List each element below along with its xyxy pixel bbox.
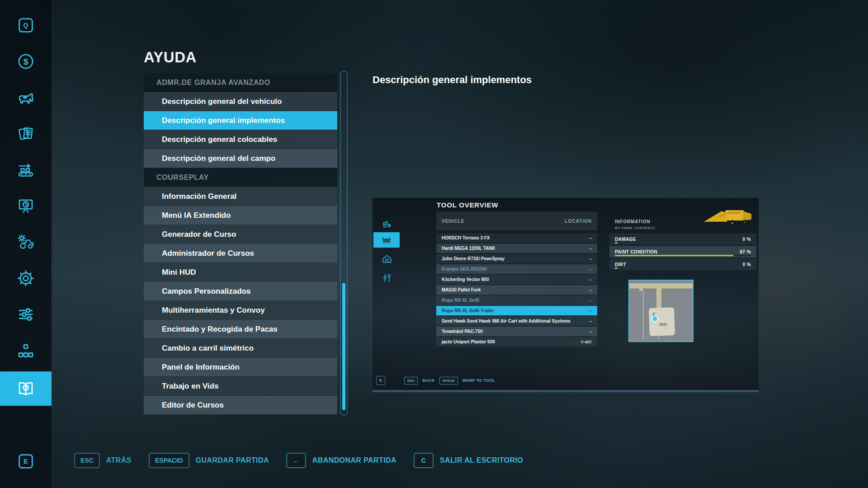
help-item[interactable]: Descripción general del campo — [144, 149, 337, 168]
vehicle-row-k-ckerling-vector-800: Köckerling Vector 800 -- — [436, 275, 597, 284]
help-item[interactable]: Encintado y Recogida de Pacas — [144, 320, 337, 338]
vehicle-location: -- — [589, 309, 592, 313]
esc-key: ESC — [404, 377, 418, 385]
help-item[interactable]: Panel de Información — [144, 358, 337, 376]
screenshot-bottom-strip — [373, 390, 759, 392]
vehicle-name: Ropa RR-XL 9x45 Trailer — [442, 308, 494, 313]
help-item[interactable]: Administrador de Cursos — [144, 244, 337, 263]
help-item[interactable]: Descripción general implementos — [144, 111, 337, 130]
sidebar-item-settings[interactable] — [0, 262, 52, 295]
help-item[interactable]: Menú IA Extendido — [144, 206, 337, 225]
tool-overview-title: TOOL OVERVIEW — [437, 201, 498, 209]
vehicle-name: MAGSI Pallet Fork — [442, 287, 481, 292]
help-item[interactable]: Descripción general colocables — [144, 130, 337, 149]
vehicle-location: F-007 — [581, 340, 592, 344]
sidebar-icon — [16, 16, 35, 35]
help-item-label: Información General — [162, 192, 236, 201]
tool-overview-screenshot: TOOL OVERVIEW VEH — [373, 198, 759, 392]
help-item[interactable]: COURSEPLAY — [144, 168, 337, 187]
help-item-label: Descripción general del vehículo — [162, 97, 282, 106]
tab-icon — [381, 253, 393, 265]
help-scrollbar-track[interactable] — [340, 70, 348, 416]
sidebar-icon — [16, 305, 35, 324]
info-panel: INFORMATION MY FARM, CONTRACT DAMAGE 0 %… — [609, 211, 756, 271]
help-item-label: COURSEPLAY — [156, 174, 209, 182]
vehicle-table-header: VEHICLE LOCATION — [436, 211, 597, 230]
vehicle-name: Seed Hawk Seed Hawk 980 Air Cart with Ad… — [442, 319, 571, 324]
main-sidebar: Q — [0, 0, 52, 488]
content-heading: Descripción general implementos — [373, 74, 532, 86]
vehicle-location: -- — [589, 236, 592, 240]
help-item[interactable]: Campos Personalizados — [144, 282, 337, 300]
vehicle-location: -- — [589, 298, 592, 303]
help-item-label: Trabajo en Vids — [162, 382, 218, 391]
content-paragraphs — [373, 101, 762, 108]
implement-thumbnail — [701, 205, 755, 230]
sidebar-item-contracts[interactable] — [0, 117, 52, 150]
help-item[interactable]: ADMR.DE GRANJA AVANZADO — [144, 73, 337, 92]
vehicle-location: -- — [589, 288, 592, 292]
vehicle-row-ropa-rr-xl-9x45: Ropa RR-XL 9x45 -- — [436, 296, 597, 305]
hotkey-badge: C — [414, 453, 434, 468]
space-key: SPACE — [439, 377, 458, 385]
bottom-button-save-game[interactable]: ESPACIO GUARDAR PARTIDA — [149, 453, 269, 468]
help-menu: ADMR.DE GRANJA AVANZADO Descripción gene… — [144, 73, 337, 415]
help-item[interactable]: Generador de Curso — [144, 225, 337, 244]
screenshot-hints: ESC BACK SPACE WARP TO TOOL — [404, 376, 495, 385]
sidebar-item-mods[interactable] — [0, 334, 52, 367]
sidebar-item-statistics[interactable] — [0, 190, 52, 222]
sidebar-icon — [16, 88, 35, 107]
sidebar-icon — [16, 160, 35, 179]
sidebar-item-game-settings[interactable] — [0, 298, 52, 331]
vehicle-row-jacto-uniport-planter-500: jacto Uniport Planter 500 F-007 — [436, 337, 597, 347]
info-stat-row: PAINT CONDITION 87 % — [609, 246, 756, 258]
bottom-button-quit-game[interactable]: ← ABANDONAR PARTIDA — [286, 453, 396, 468]
info-subtitle: MY FARM, CONTRACT — [615, 226, 655, 230]
tool-overview-tab-implements — [373, 232, 400, 248]
vehicle-name: Ropa RR-XL 9x45 — [442, 298, 479, 303]
info-stat-row: DIRT 0 % — [609, 258, 756, 270]
help-item[interactable]: Mini HUD — [144, 263, 337, 282]
sidebar-item-production[interactable] — [0, 154, 52, 186]
sidebar-item-hotkey-e[interactable]: E — [0, 445, 52, 478]
help-item-label: Cambio a carril simétrico — [162, 344, 254, 353]
stat-value: 87 % — [740, 249, 751, 254]
help-item-label: Generador de Curso — [162, 230, 236, 239]
sidebar-item-animals[interactable] — [0, 81, 52, 114]
vehicle-row-john-deere-r732i-powrspray: John Deere R732i PowrSpray -- — [436, 254, 597, 263]
bottom-button-label: GUARDAR PARTIDA — [196, 456, 269, 465]
help-item-label: Multiherramientas y Convoy — [162, 306, 265, 315]
help-item[interactable]: Editor de Cursos — [144, 396, 337, 414]
help-item[interactable]: Multiherramientas y Convoy — [144, 301, 337, 319]
stat-value: 0 % — [743, 262, 751, 267]
bottom-button-back[interactable]: ESC ATRÁS — [74, 453, 132, 468]
sidebar-item-hotkey-q[interactable]: Q — [0, 9, 52, 42]
tool-overview-tab-placeables — [375, 251, 399, 267]
help-item[interactable]: Trabajo en Vids — [144, 377, 337, 395]
stat-value: 0 % — [743, 237, 751, 242]
vehicle-row-ropa-rr-xl-9x45-trailer: Ropa RR-XL 9x45 Trailer -- — [436, 306, 597, 315]
stat-label: PAINT CONDITION — [615, 249, 657, 254]
sidebar-icon — [16, 341, 35, 360]
vehicle-row-tenwinkel-pac-750: Tenwinkel PAC-750 -- — [436, 327, 597, 336]
minimap-road-stub — [639, 283, 643, 291]
sidebar-item-finances[interactable] — [0, 45, 52, 78]
bottom-button-exit-desktop[interactable]: C SALIR AL ESCRITORIO — [414, 453, 523, 468]
sidebar-item-help[interactable] — [0, 371, 52, 406]
help-item-label: Descripción general del campo — [162, 154, 275, 163]
help-scrollbar-thumb[interactable] — [342, 283, 345, 410]
info-stat-row: DAMAGE 0 % — [609, 233, 756, 245]
info-stats: DAMAGE 0 % PAINT CONDITION 87 % DIRT 0 % — [609, 233, 756, 270]
vehicle-location: -- — [589, 319, 592, 324]
vehicle-row-magsi-pallet-fork: MAGSI Pallet Fork -- — [436, 285, 597, 295]
hotkey-badge: ESC — [74, 453, 100, 468]
help-item[interactable]: Información General — [144, 187, 337, 206]
sidebar-item-garage[interactable] — [0, 226, 52, 258]
sidebar-icon — [16, 269, 35, 288]
page-title: AYUDA — [144, 49, 197, 66]
help-item[interactable]: Descripción general del vehículo — [144, 92, 337, 111]
help-item[interactable]: Cambio a carril simétrico — [144, 339, 337, 357]
help-item-label: Mini HUD — [162, 268, 196, 277]
minimap-farmyard — [649, 307, 675, 336]
bottom-button-bar: ESC ATRÁS ESPACIO GUARDAR PARTIDA ← ABAN… — [74, 453, 523, 468]
